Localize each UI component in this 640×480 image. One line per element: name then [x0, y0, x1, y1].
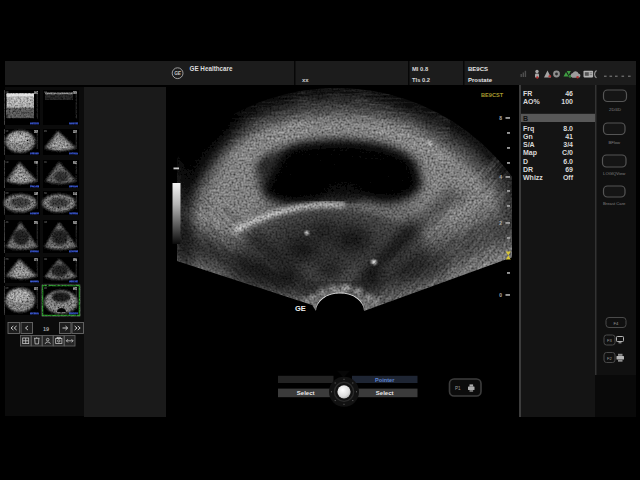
- svg-text:LOGIQView: LOGIQView: [603, 171, 626, 176]
- svg-text:F4: F4: [614, 321, 620, 326]
- svg-text:Breast Care: Breast Care: [603, 201, 626, 206]
- svg-text:Select: Select: [376, 390, 394, 396]
- svg-text:3/4: 3/4: [563, 141, 573, 148]
- svg-text:8: 8: [499, 115, 502, 121]
- svg-text:2D/4D: 2D/4D: [609, 107, 621, 112]
- svg-text:8.0: 8.0: [563, 125, 573, 132]
- svg-text:0: 0: [499, 292, 502, 298]
- svg-text:69: 69: [565, 166, 573, 173]
- svg-text:BFlow: BFlow: [608, 140, 621, 145]
- svg-text:FR: FR: [523, 90, 532, 97]
- svg-text:Pointer: Pointer: [375, 377, 395, 383]
- svg-text:Off: Off: [563, 174, 574, 181]
- svg-text:BE9CST: BE9CST: [481, 92, 504, 98]
- svg-text:41: 41: [565, 133, 573, 140]
- svg-text:D: D: [523, 158, 528, 165]
- svg-text:Gn: Gn: [523, 133, 533, 140]
- svg-text:BE9CS: BE9CS: [468, 66, 488, 72]
- svg-text:GE: GE: [174, 71, 182, 76]
- svg-text:2: 2: [499, 220, 502, 226]
- svg-text:GE: GE: [295, 304, 306, 313]
- svg-text:F2: F2: [607, 356, 613, 361]
- svg-text:DR: DR: [523, 166, 533, 173]
- svg-text:F3: F3: [607, 338, 613, 343]
- svg-text:Whizz: Whizz: [523, 174, 543, 181]
- svg-text:Select: Select: [297, 390, 315, 396]
- svg-text:Frq: Frq: [523, 125, 534, 133]
- svg-text:P1: P1: [455, 386, 461, 391]
- svg-text:S/A: S/A: [523, 141, 535, 148]
- svg-text:TIs 0.2: TIs 0.2: [412, 77, 430, 83]
- svg-text:6.0: 6.0: [563, 158, 573, 165]
- svg-text:19: 19: [43, 326, 49, 332]
- svg-text:AO%: AO%: [523, 98, 541, 105]
- svg-text:B: B: [523, 115, 528, 122]
- svg-text:Map: Map: [523, 149, 537, 157]
- svg-text:4: 4: [499, 174, 502, 180]
- svg-text:46: 46: [565, 90, 573, 97]
- svg-text:Prostate: Prostate: [468, 77, 493, 83]
- svg-text:100: 100: [561, 98, 573, 105]
- svg-text:xx: xx: [302, 77, 309, 83]
- svg-text:C/0: C/0: [562, 149, 573, 156]
- svg-text:MI 0.8: MI 0.8: [412, 66, 429, 72]
- svg-text:GE Healthcare: GE Healthcare: [190, 65, 234, 72]
